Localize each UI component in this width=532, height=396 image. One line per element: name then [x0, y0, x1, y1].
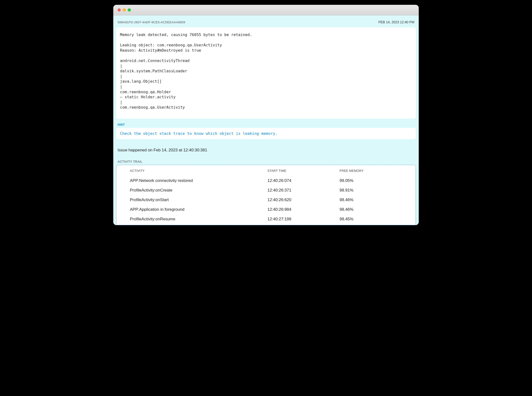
window-maximize-button[interactable]: [128, 8, 131, 12]
table-row: ProfileActivity:onStart 12:40:26:620 98.…: [130, 195, 402, 205]
log-card: Memory leak detected, causing 76055 byte…: [116, 27, 416, 119]
session-id: 589A91FD-2607-4ADF-9CE5-ACDEEAAA8609: [118, 20, 185, 24]
table-row: APP:Network connectivity restored 12:40:…: [130, 176, 402, 186]
cell-free-memory: 98.46%: [340, 198, 402, 202]
issue-timestamp-line: Issue happened on Feb 14, 2023 at 12:40:…: [113, 144, 419, 160]
col-free-memory: FREE MEMORY: [340, 169, 402, 173]
cell-free-memory: 99.05%: [340, 178, 402, 183]
table-row: ProfileActivity:onResume 12:40:27:199 98…: [130, 214, 402, 224]
activity-trail-panel: ACTIVITY START TIME FREE MEMORY APP:Netw…: [116, 165, 416, 225]
cell-free-memory: 98.46%: [340, 207, 402, 212]
cell-start-time: 12:40:26:074: [267, 178, 340, 183]
cell-start-time: 12:40:27:199: [267, 217, 340, 222]
table-row: ProfileActivity:onCreate 12:40:26:371 98…: [130, 186, 402, 195]
hint-text: Check the object stack trace to know whi…: [120, 131, 412, 136]
activity-trail-header-row: ACTIVITY START TIME FREE MEMORY: [130, 169, 402, 176]
cell-free-memory: 98.45%: [340, 217, 402, 222]
cell-activity: ProfileActivity:onResume: [130, 217, 267, 222]
cell-activity: APP:Network connectivity restored: [130, 178, 267, 183]
issue-header-row: 589A91FD-2607-4ADF-9CE5-ACDEEAAA8609 FEB…: [113, 15, 419, 27]
hint-card: Check the object stack trace to know whi…: [116, 128, 416, 139]
app-window: 589A91FD-2607-4ADF-9CE5-ACDEEAAA8609 FEB…: [113, 5, 419, 225]
cell-start-time: 12:40:26:371: [267, 188, 340, 193]
activity-trail-table: ACTIVITY START TIME FREE MEMORY APP:Netw…: [116, 169, 416, 224]
stack-trace-text: Memory leak detected, causing 76055 byte…: [120, 32, 412, 110]
window-minimize-button[interactable]: [123, 8, 126, 12]
issue-timestamp: FEB 14, 2023 12:40 PM: [379, 20, 414, 24]
content-area: 589A91FD-2607-4ADF-9CE5-ACDEEAAA8609 FEB…: [113, 15, 419, 225]
window-close-button[interactable]: [118, 8, 121, 12]
col-start-time: START TIME: [267, 169, 340, 173]
window-titlebar: [113, 5, 419, 15]
cell-activity: ProfileActivity:onStart: [130, 198, 267, 202]
hint-label: HINT: [113, 123, 419, 128]
activity-trail-label: ACTIVITY TRAIL: [113, 160, 419, 165]
cell-start-time: 12:40:26:984: [267, 207, 340, 212]
cell-activity: APP:Application in foreground: [130, 207, 267, 212]
col-activity: ACTIVITY: [130, 169, 267, 173]
cell-start-time: 12:40:26:620: [267, 198, 340, 202]
cell-free-memory: 98.91%: [340, 188, 402, 193]
table-row: APP:Application in foreground 12:40:26:9…: [130, 205, 402, 214]
cell-activity: ProfileActivity:onCreate: [130, 188, 267, 193]
